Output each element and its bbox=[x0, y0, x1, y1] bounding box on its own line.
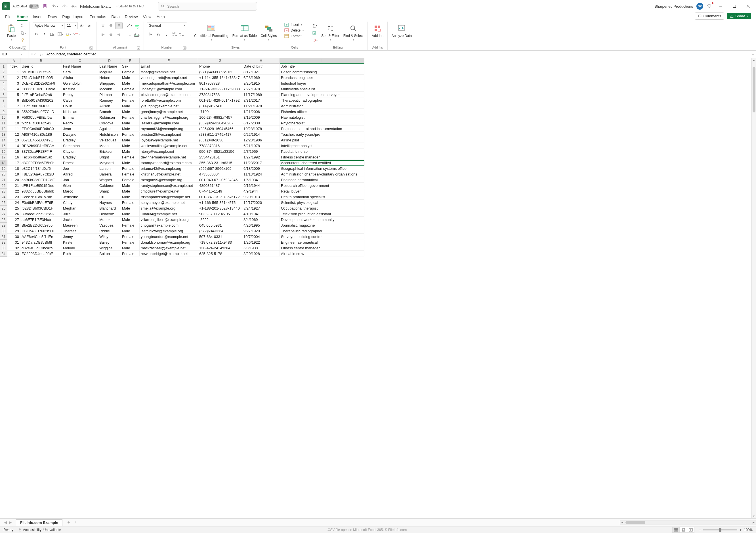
cell[interactable]: 6 bbox=[7, 98, 20, 103]
cell[interactable]: Bradley bbox=[62, 154, 98, 160]
cell[interactable]: blevinsmorgan@example.com bbox=[140, 92, 198, 98]
row-header[interactable]: 31 bbox=[0, 234, 7, 240]
expand-formula-bar-button[interactable]: ⌄ bbox=[750, 52, 756, 56]
cell[interactable]: Health promotion specialist bbox=[280, 194, 364, 200]
cell[interactable]: 1/27/1992 bbox=[242, 154, 280, 160]
name-box[interactable]: ▾ bbox=[0, 50, 28, 58]
increase-font-button[interactable]: A↑ bbox=[78, 22, 85, 29]
cell[interactable]: Pittman bbox=[98, 92, 121, 98]
cell[interactable]: d8CF9ED8c6E5b0b bbox=[20, 160, 62, 166]
cell[interactable]: 7 bbox=[7, 103, 20, 109]
row-header[interactable]: 4 bbox=[0, 81, 7, 86]
cell[interactable]: 8/31/2017 bbox=[242, 98, 280, 103]
cell[interactable]: 6/18/2009 bbox=[242, 166, 280, 171]
cell[interactable]: 4/26/1995 bbox=[242, 223, 280, 228]
cell[interactable]: Hebert bbox=[98, 75, 121, 80]
close-button[interactable] bbox=[742, 2, 754, 11]
cell[interactable]: Surveyor, building control bbox=[280, 234, 364, 239]
wrap-text-button[interactable] bbox=[133, 23, 141, 30]
row-header[interactable]: 14 bbox=[0, 137, 7, 143]
cell[interactable]: 9/25/1915 bbox=[242, 81, 280, 86]
cell[interactable]: jillian34@example.net bbox=[140, 211, 198, 217]
row-header[interactable]: 3 bbox=[0, 75, 7, 81]
cell[interactable]: Male bbox=[121, 160, 140, 166]
header-cell[interactable]: First Name bbox=[62, 64, 98, 69]
cell[interactable]: Collin bbox=[62, 103, 98, 109]
enter-formula-button[interactable]: ✓ bbox=[34, 52, 37, 56]
cell[interactable]: 33730caFF13Ff4F bbox=[20, 149, 62, 154]
font-launcher[interactable]: ⇲ bbox=[89, 46, 93, 50]
user-avatar[interactable]: SP bbox=[696, 3, 703, 10]
zoom-level[interactable]: 100% bbox=[744, 528, 753, 532]
row-header[interactable]: 24 bbox=[0, 194, 7, 200]
cell[interactable]: Jean bbox=[62, 126, 98, 131]
accounting-format-button[interactable]: $▾ bbox=[147, 31, 154, 38]
cell[interactable]: Multimedia specialist bbox=[280, 86, 364, 92]
cell[interactable]: charleshiggins@example.org bbox=[140, 115, 198, 120]
cell[interactable]: 8 bbox=[7, 109, 20, 114]
align-top-button[interactable] bbox=[99, 22, 107, 29]
cell[interactable]: 751cD1cbF77e005 bbox=[20, 75, 62, 80]
cell[interactable]: CBCb48Ef7602b113 bbox=[20, 228, 62, 234]
cell[interactable]: meagan99@example.org bbox=[140, 177, 198, 182]
borders-button[interactable]: ▾ bbox=[57, 31, 64, 38]
row-header[interactable]: 13 bbox=[0, 132, 7, 137]
search-input[interactable]: Search bbox=[158, 2, 257, 11]
row-header[interactable]: 28 bbox=[0, 217, 7, 223]
cell[interactable]: 625-325-5178 bbox=[198, 251, 242, 256]
cell[interactable]: 31 bbox=[7, 240, 20, 245]
cell[interactable]: F8E52fAaA87Cb2D bbox=[20, 172, 62, 177]
cell[interactable]: Sharp bbox=[98, 188, 121, 194]
cell[interactable]: Female bbox=[121, 98, 140, 103]
cell[interactable]: Engineer, aeronautical bbox=[280, 240, 364, 245]
cell[interactable]: Aguilar bbox=[98, 126, 121, 131]
cell[interactable]: -8222 bbox=[198, 217, 242, 222]
maximize-button[interactable] bbox=[729, 2, 740, 11]
cell[interactable]: C88661E02EEDA9e bbox=[20, 86, 62, 92]
font-size-combo[interactable]: 11▾ bbox=[65, 22, 77, 29]
cell[interactable]: Airline pilot bbox=[280, 137, 364, 143]
insert-cells-button[interactable]: Insert ▾ bbox=[284, 22, 305, 27]
cell[interactable]: 20 bbox=[7, 177, 20, 182]
find-select-button[interactable]: Find & Select▾ bbox=[342, 22, 364, 42]
cell[interactable]: 1 bbox=[7, 69, 20, 75]
cell[interactable]: Female bbox=[121, 132, 140, 137]
undo-button[interactable]: ▾ bbox=[51, 3, 59, 10]
cell[interactable]: Female bbox=[121, 223, 140, 228]
tab-insert[interactable]: Insert bbox=[33, 14, 42, 21]
cell[interactable]: Male bbox=[121, 149, 140, 154]
delete-cells-button[interactable]: Delete ▾ bbox=[284, 28, 305, 33]
cell[interactable]: 25 bbox=[7, 206, 20, 211]
cell[interactable]: Nicholas bbox=[62, 109, 98, 114]
cell[interactable]: Therapeutic radiographer bbox=[280, 228, 364, 234]
cell[interactable]: 356279dAa0F7CbD bbox=[20, 109, 62, 114]
column-header[interactable]: B bbox=[20, 58, 62, 64]
cell[interactable]: FC8993D4eea0fbF bbox=[20, 251, 62, 256]
comments-button[interactable]: Comments bbox=[695, 13, 724, 19]
conditional-formatting-button[interactable]: Conditional Formatting▾ bbox=[193, 22, 230, 42]
cell[interactable]: d82e9C3dE3bca25 bbox=[20, 245, 62, 251]
cell[interactable]: leslie08@example.com bbox=[140, 120, 198, 126]
cell[interactable]: Emma bbox=[62, 115, 98, 120]
cell[interactable]: Wiggins bbox=[98, 245, 121, 251]
cell[interactable]: -7199 bbox=[198, 109, 242, 114]
cell[interactable]: Calderon bbox=[98, 183, 121, 188]
cell[interactable]: F563CcbFBfEcf5a bbox=[20, 115, 62, 120]
cell[interactable]: Mcguire bbox=[98, 69, 121, 75]
cell[interactable]: +1-607-333-9911x59088 bbox=[198, 86, 242, 92]
format-as-table-button[interactable]: Format as Table▾ bbox=[231, 22, 258, 42]
cell[interactable]: DcEFDB2D2e62bF9 bbox=[20, 81, 62, 86]
cell[interactable]: Erickson bbox=[98, 149, 121, 154]
fill-button[interactable]: ▾ bbox=[311, 30, 318, 36]
cell[interactable]: BEA2b99B1efBFAA bbox=[20, 143, 62, 149]
cell[interactable]: Research officer, government bbox=[280, 183, 364, 188]
tab-page-layout[interactable]: Page Layout bbox=[62, 14, 85, 21]
cell[interactable]: 16 bbox=[7, 154, 20, 160]
cell[interactable]: Teacher, early years/pre bbox=[280, 132, 364, 137]
cell[interactable]: 18 bbox=[7, 166, 20, 171]
cell[interactable]: 983Dd56BB6Bbddb bbox=[20, 188, 62, 194]
cell[interactable]: Male bbox=[121, 228, 140, 234]
cell[interactable]: Retail buyer bbox=[280, 188, 364, 194]
cell[interactable]: joycejay@example.net bbox=[140, 137, 198, 143]
cell[interactable]: Larsen bbox=[98, 166, 121, 171]
